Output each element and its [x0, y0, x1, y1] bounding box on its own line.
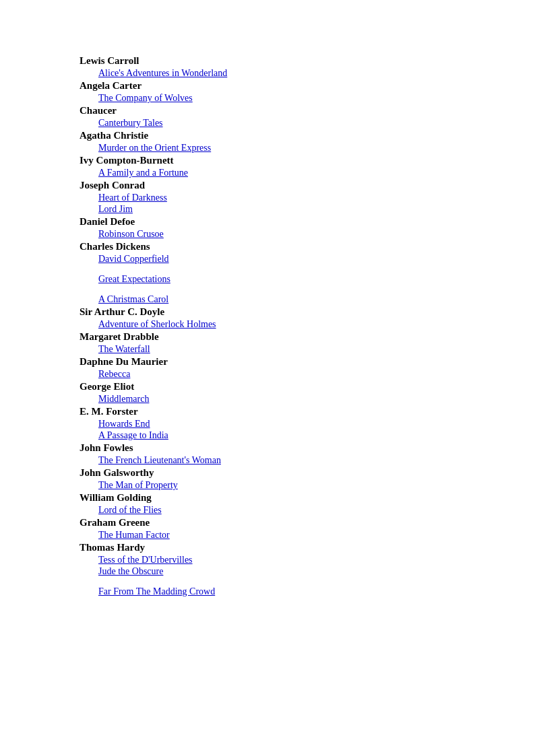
author-name: Chaucer [80, 105, 535, 116]
author-entry: John GalsworthyThe Man of Property [80, 467, 535, 491]
author-entry: Thomas HardyTess of the D'UrbervillesJud… [80, 542, 535, 597]
book-title[interactable]: The Company of Wolves [98, 93, 535, 104]
author-entry: Margaret DrabbleThe Waterfall [80, 331, 535, 355]
author-name: Lewis Carroll [80, 55, 535, 67]
book-title[interactable]: Lord of the Flies [98, 505, 535, 516]
author-entry: E. M. ForsterHowards EndA Passage to Ind… [80, 406, 535, 441]
author-entry: ChaucerCanterbury Tales [80, 105, 535, 129]
book-list: Lewis CarrollAlice's Adventures in Wonde… [80, 55, 535, 597]
book-title[interactable]: Tess of the D'Urbervilles [98, 555, 535, 565]
author-entry: Angela CarterThe Company of Wolves [80, 80, 535, 104]
author-name: Graham Greene [80, 517, 535, 528]
author-entry: William GoldingLord of the Flies [80, 492, 535, 516]
book-title[interactable]: Great Expectations [98, 274, 535, 285]
author-entry: George EliotMiddlemarch [80, 381, 535, 405]
book-title[interactable]: Robinson Crusoe [98, 229, 535, 240]
author-name: William Golding [80, 492, 535, 504]
author-entry: Graham GreeneThe Human Factor [80, 517, 535, 541]
author-name: John Fowles [80, 442, 535, 454]
book-title[interactable]: Lord Jim [98, 204, 535, 215]
author-name: Sir Arthur C. Doyle [80, 306, 535, 318]
author-name: Margaret Drabble [80, 331, 535, 343]
author-entry: Daphne Du MaurierRebecca [80, 356, 535, 380]
author-entry: Ivy Compton-BurnettA Family and a Fortun… [80, 155, 535, 178]
author-entry: Agatha ChristieMurder on the Orient Expr… [80, 130, 535, 153]
book-title[interactable]: A Christmas Carol [98, 294, 535, 305]
author-name: Joseph Conrad [80, 180, 535, 191]
author-entry: John FowlesThe French Lieutenant's Woman [80, 442, 535, 466]
book-title[interactable]: Murder on the Orient Express [98, 143, 535, 153]
book-title[interactable]: A Passage to India [98, 430, 535, 441]
author-entry: Charles DickensDavid CopperfieldGreat Ex… [80, 241, 535, 305]
spacer [80, 285, 535, 294]
author-name: Agatha Christie [80, 130, 535, 141]
author-entry: Lewis CarrollAlice's Adventures in Wonde… [80, 55, 535, 79]
book-title[interactable]: Rebecca [98, 369, 535, 380]
book-title[interactable]: Middlemarch [98, 394, 535, 405]
book-title[interactable]: Adventure of Sherlock Holmes [98, 319, 535, 330]
book-title[interactable]: The Human Factor [98, 530, 535, 541]
author-entry: Daniel DefoeRobinson Crusoe [80, 216, 535, 240]
author-name: E. M. Forster [80, 406, 535, 417]
book-title[interactable]: Heart of Darkness [98, 193, 535, 203]
spacer [80, 578, 535, 586]
book-title[interactable]: The Man of Property [98, 480, 535, 491]
author-name: Daphne Du Maurier [80, 356, 535, 368]
author-name: Thomas Hardy [80, 542, 535, 553]
book-title[interactable]: Far From The Madding Crowd [98, 586, 535, 597]
book-title[interactable]: Jude the Obscure [98, 566, 535, 577]
book-title[interactable]: The Waterfall [98, 344, 535, 355]
author-entry: Sir Arthur C. DoyleAdventure of Sherlock… [80, 306, 535, 330]
author-name: Charles Dickens [80, 241, 535, 252]
author-entry: Joseph ConradHeart of DarknessLord Jim [80, 180, 535, 215]
book-title[interactable]: A Family and a Fortune [98, 168, 535, 178]
author-name: George Eliot [80, 381, 535, 392]
author-name: Angela Carter [80, 80, 535, 92]
book-title[interactable]: David Copperfield [98, 254, 535, 265]
book-title[interactable]: Alice's Adventures in Wonderland [98, 68, 535, 79]
book-title[interactable]: Howards End [98, 419, 535, 429]
author-name: Daniel Defoe [80, 216, 535, 228]
book-title[interactable]: Canterbury Tales [98, 118, 535, 129]
book-title[interactable]: The French Lieutenant's Woman [98, 455, 535, 466]
author-name: John Galsworthy [80, 467, 535, 479]
author-name: Ivy Compton-Burnett [80, 155, 535, 166]
spacer [80, 265, 535, 273]
